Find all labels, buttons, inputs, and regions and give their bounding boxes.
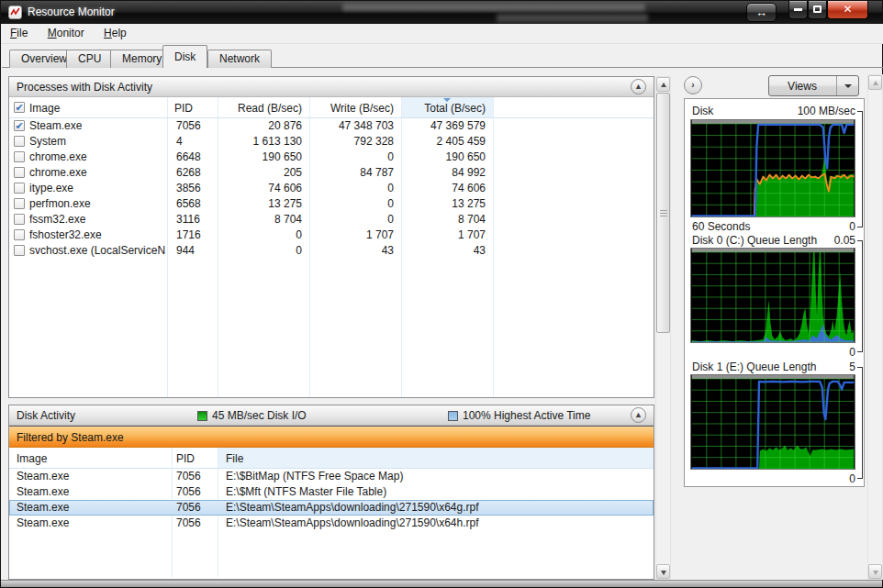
- tab-disk[interactable]: Disk: [162, 45, 207, 68]
- cell-write: 84 787: [309, 165, 394, 181]
- column-total[interactable]: Total (B/sec): [401, 97, 493, 117]
- row-checkbox[interactable]: [14, 151, 25, 162]
- cell-image: Steam.exe: [17, 516, 165, 531]
- cell-read: 74 606: [218, 181, 302, 196]
- menu-help[interactable]: Help: [95, 24, 135, 44]
- cell-pid: 6568: [176, 196, 217, 212]
- cell-total: 8 704: [401, 212, 486, 227]
- right-panel-scrollbar[interactable]: [867, 74, 883, 580]
- process-row[interactable]: svchost.exe (LocalServiceNet...94404343: [9, 243, 654, 259]
- process-row[interactable]: chrome.exe6648190 6500190 650: [9, 150, 654, 165]
- column-pid[interactable]: PID: [176, 448, 218, 468]
- column-image[interactable]: Image: [17, 448, 163, 468]
- process-row[interactable]: Steam.exe705620 87647 348 70347 369 579: [9, 118, 654, 134]
- cell-write: 0: [309, 150, 394, 165]
- cell-total: 13 275: [401, 196, 486, 212]
- collapse-processes-button[interactable]: ▲: [631, 79, 646, 94]
- chart-title: Disk 1 (E:) Queue Length: [692, 361, 816, 373]
- graphs-container: Disk 100 MB/sec 60 Seconds 0 Disk 0 (C:)…: [684, 98, 865, 487]
- tab-cpu[interactable]: CPU: [66, 50, 113, 68]
- column-image[interactable]: Image: [29, 97, 167, 117]
- processes-panel-header: Processes with Disk Activity ▲: [9, 77, 654, 97]
- disk-activity-header: Disk Activity 45 MB/sec Disk I/O 100% Hi…: [9, 405, 654, 426]
- process-row[interactable]: System41 613 130792 3282 405 459: [9, 134, 654, 150]
- row-checkbox[interactable]: [14, 120, 25, 131]
- resource-monitor-icon: [8, 6, 22, 19]
- window-title: Resource Monitor: [28, 6, 115, 18]
- cell-file: E:\$BitMap (NTFS Free Space Map): [226, 469, 654, 484]
- cell-pid: 1716: [176, 227, 217, 243]
- process-row[interactable]: fssm32.exe31168 70408 704: [9, 212, 654, 227]
- background-window-ghost: [342, 4, 645, 11]
- disk-activity-column-header: Image PID File: [9, 448, 654, 469]
- window-resize-border[interactable]: [1, 580, 882, 587]
- column-write[interactable]: Write (B/sec): [309, 97, 394, 117]
- column-read[interactable]: Read (B/sec): [218, 97, 302, 117]
- menu-monitor[interactable]: Monitor: [39, 24, 93, 44]
- views-button[interactable]: Views: [768, 75, 859, 96]
- cell-pid: 3856: [176, 181, 217, 196]
- process-row[interactable]: perfmon.exe656813 275013 275: [9, 196, 654, 212]
- chart-scale: 100 MB/sec: [798, 105, 855, 117]
- close-button[interactable]: ✕: [827, 1, 868, 19]
- cell-read: 0: [218, 227, 302, 243]
- views-dropdown-arrow[interactable]: [836, 76, 858, 95]
- cell-file: E:\$Mft (NTFS Master File Table): [226, 484, 654, 500]
- row-checkbox[interactable]: [14, 245, 25, 256]
- cell-read: 13 275: [218, 196, 302, 212]
- main-vertical-scrollbar[interactable]: [655, 76, 671, 580]
- row-checkbox[interactable]: [14, 214, 25, 225]
- disk1-queue-chart: [690, 374, 855, 470]
- row-checkbox[interactable]: [14, 183, 25, 194]
- cell-file: E:\Steam\SteamApps\downloading\271590\x6…: [226, 500, 654, 516]
- tab-strip: Overview CPU Memory Disk Network: [2, 44, 883, 68]
- cell-image: fssm32.exe: [29, 212, 165, 227]
- disk-activity-title: Disk Activity: [17, 409, 75, 422]
- process-row[interactable]: fshoster32.exe171601 7071 707: [9, 227, 654, 243]
- x-axis-label: 60 Seconds: [692, 220, 750, 233]
- cell-write: 43: [309, 243, 394, 259]
- row-checkbox[interactable]: [14, 136, 25, 147]
- select-all-checkbox[interactable]: [14, 102, 25, 113]
- row-checkbox[interactable]: [14, 167, 25, 178]
- chart-title: Disk: [692, 105, 713, 117]
- chart-scale: 5: [849, 361, 855, 373]
- cell-write: 1 707: [309, 227, 394, 243]
- maximize-button[interactable]: [808, 1, 827, 19]
- column-pid[interactable]: PID: [174, 97, 218, 117]
- scrollbar-thumb[interactable]: [656, 93, 670, 333]
- file-activity-row[interactable]: Steam.exe7056E:\Steam\SteamApps\download…: [9, 500, 654, 516]
- legend-disk-io: 45 MB/sec Disk I/O: [197, 409, 307, 422]
- column-file[interactable]: File: [218, 448, 654, 468]
- tab-network[interactable]: Network: [207, 50, 272, 68]
- scroll-down-button[interactable]: [868, 564, 882, 579]
- row-checkbox[interactable]: [14, 198, 25, 209]
- file-activity-row[interactable]: Steam.exe7056E:\$BitMap (NTFS Free Space…: [9, 469, 654, 484]
- processes-panel-title: Processes with Disk Activity: [17, 81, 152, 94]
- process-row[interactable]: itype.exe385674 606074 606: [9, 181, 654, 196]
- file-activity-row[interactable]: Steam.exe7056E:\$Mft (NTFS Master File T…: [9, 484, 654, 500]
- cell-read: 20 876: [218, 118, 302, 134]
- collapse-disk-activity-button[interactable]: ▲: [631, 407, 646, 423]
- zero-label: 0: [849, 472, 855, 485]
- menu-file[interactable]: File: [2, 24, 36, 44]
- row-checkbox[interactable]: [14, 229, 25, 240]
- blue-swatch-icon: [448, 411, 458, 421]
- cell-image: Steam.exe: [29, 118, 165, 134]
- file-activity-row[interactable]: Steam.exe7056E:\Steam\SteamApps\download…: [9, 516, 654, 531]
- process-row[interactable]: chrome.exe626820584 78784 992: [9, 165, 654, 181]
- cell-image: chrome.exe: [29, 150, 165, 165]
- disk0-chart-bottom-row: 0: [690, 346, 855, 359]
- expand-graphs-button[interactable]: ›: [684, 76, 702, 94]
- resource-monitor-window: Resource Monitor ↔ ✕ File Monitor Help O…: [0, 0, 883, 588]
- scroll-down-button[interactable]: [656, 564, 670, 579]
- cell-write: 792 328: [309, 134, 394, 150]
- disk-activity-table-body: Steam.exe7056E:\$BitMap (NTFS Free Space…: [9, 469, 654, 577]
- swap-screen-button[interactable]: ↔: [746, 3, 777, 22]
- cell-total: 43: [401, 243, 486, 259]
- scroll-up-button[interactable]: [868, 75, 882, 90]
- cell-image: System: [29, 134, 165, 150]
- minimize-button[interactable]: [788, 1, 808, 19]
- cell-pid: 7056: [176, 500, 217, 516]
- scroll-up-button[interactable]: [656, 77, 670, 92]
